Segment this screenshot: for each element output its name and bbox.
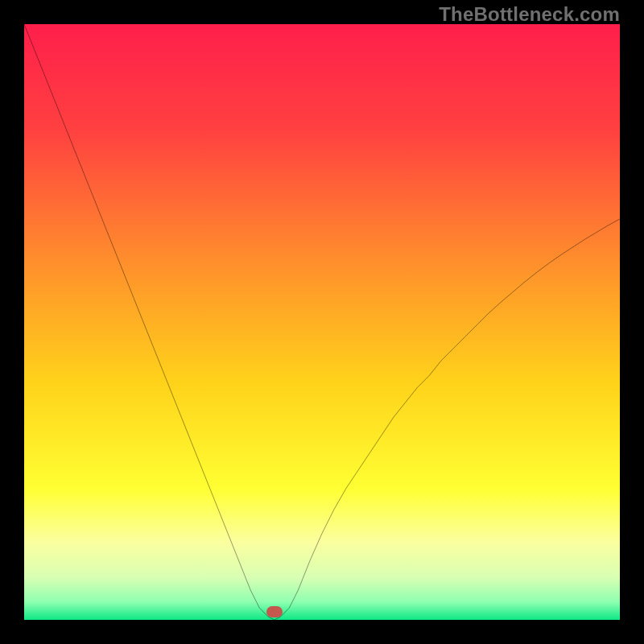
plot-area xyxy=(24,24,620,620)
optimal-point-marker xyxy=(266,606,283,617)
curve-layer xyxy=(24,24,620,620)
bottleneck-curve xyxy=(24,24,620,620)
watermark-text: TheBottleneck.com xyxy=(439,3,620,26)
chart-frame: TheBottleneck.com xyxy=(0,0,644,644)
